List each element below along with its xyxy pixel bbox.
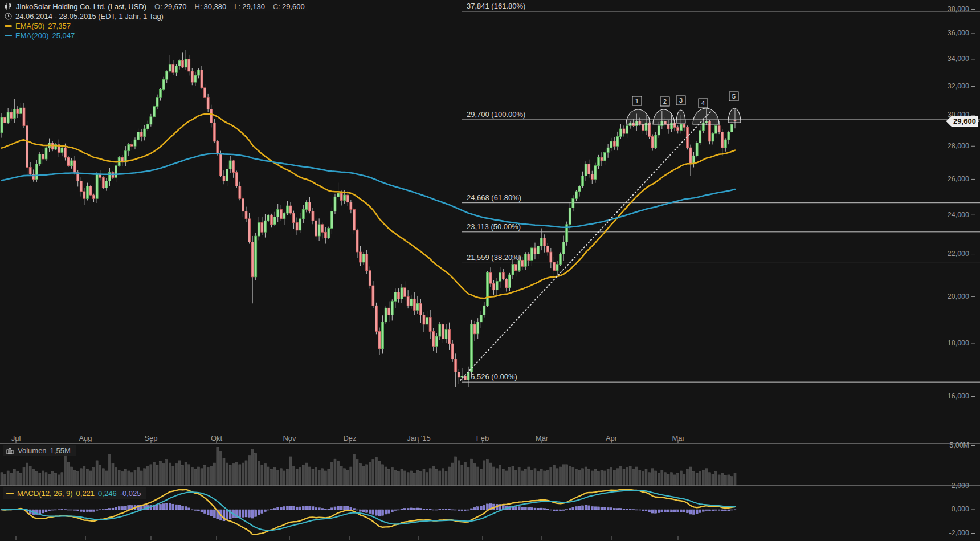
macd-histogram-bar [315, 507, 317, 510]
volume-bar [642, 471, 644, 485]
volume-bar [604, 471, 606, 485]
macd-histogram-bar [639, 510, 641, 510]
volume-bar [130, 473, 133, 485]
volume-bar [137, 467, 140, 485]
candle-body [312, 211, 314, 221]
macd-histogram-bar [204, 510, 206, 514]
candle-body [283, 213, 285, 219]
volume-bar [493, 467, 495, 485]
volume-bar [705, 469, 708, 485]
macd-histogram-bar [312, 507, 314, 510]
candle-body [544, 238, 546, 246]
macd-histogram-bar [572, 507, 574, 510]
volume-bar [632, 469, 635, 485]
macd-histogram-bar [610, 508, 612, 510]
macd-histogram-bar [175, 505, 177, 510]
macd-histogram-bar [651, 510, 654, 513]
candle-body [261, 222, 263, 232]
macd-histogram-bar [407, 508, 409, 510]
volume-bar [264, 463, 266, 485]
macd-histogram-bar [340, 506, 342, 510]
volume-bar [128, 471, 130, 485]
macd-histogram-bar [626, 509, 628, 510]
macd-histogram-bar [619, 509, 622, 510]
candle-body [442, 324, 444, 339]
candle-body [546, 246, 549, 252]
volume-bar [496, 469, 498, 485]
volume-bar [213, 463, 215, 485]
volume-bar [585, 467, 587, 485]
volume-bar [162, 463, 165, 485]
macd-histogram-bar [537, 508, 540, 510]
macd-histogram-bar [162, 504, 165, 510]
candle-body [642, 124, 644, 131]
candle-body [178, 60, 181, 66]
macd-histogram-bar [302, 506, 304, 510]
candle-body [169, 64, 171, 71]
macd-histogram-bar [160, 504, 162, 510]
macd-histogram-bar [419, 508, 422, 510]
volume-bar [410, 471, 413, 485]
volume-bar [483, 461, 485, 485]
candle-body [239, 186, 241, 199]
candle-body [401, 288, 403, 299]
candle-body [302, 210, 304, 219]
volume-bar [569, 466, 571, 485]
volume-bar [89, 471, 92, 485]
candle-body [296, 222, 298, 230]
candle-body [658, 126, 660, 135]
candle-body [96, 174, 98, 198]
macd-histogram-bar [105, 509, 108, 510]
volume-bar [369, 462, 371, 485]
volume-bar [658, 473, 660, 485]
macd-histogram-bar [588, 506, 590, 510]
volume-bar [99, 465, 101, 485]
candle-body [391, 301, 393, 315]
volume-bar [17, 471, 19, 485]
volume-bar [708, 473, 710, 485]
candle-body [521, 260, 524, 266]
volume-bar [445, 471, 447, 485]
volume-bar [344, 469, 346, 485]
candle-body [508, 275, 511, 288]
candle-body [4, 117, 6, 123]
candle-body [229, 161, 231, 169]
volume-bar [153, 462, 155, 485]
volume-bar [360, 463, 362, 485]
candle-body [530, 248, 533, 260]
trendline[interactable] [460, 112, 710, 380]
candle-body [353, 210, 355, 230]
volume-bar [93, 467, 95, 485]
macd-histogram-bar [632, 510, 635, 510]
macd-histogram-bar [369, 510, 371, 514]
chart-surface[interactable]: 37,841 (161.80%)29,700 (100.00%)24,668 (… [0, 0, 980, 541]
ema200-swatch [5, 35, 12, 36]
volume-bar [534, 469, 536, 485]
macd-histogram-bar [166, 503, 168, 510]
top-arc [693, 108, 719, 124]
volume-bar [219, 451, 222, 485]
candle-body [248, 219, 251, 242]
volume-bar [616, 469, 619, 485]
candle-body [207, 97, 209, 109]
candle-body [651, 137, 654, 148]
instrument-row: JinkoSolar Holding Co. Ltd. (Last, USD) … [3, 2, 308, 11]
volume-bar [486, 460, 488, 485]
volume-bar [683, 474, 685, 485]
macd-histogram-bar [397, 510, 399, 510]
macd-histogram-bar [375, 510, 377, 515]
volume-bar [432, 466, 435, 485]
candle-body [550, 252, 552, 262]
macd-histogram-bar [128, 506, 130, 510]
candle-body [286, 206, 288, 213]
volume-bar [118, 470, 120, 485]
macd-histogram-bar [188, 508, 190, 510]
candle-body [324, 232, 326, 238]
macd-histogram-bar [61, 509, 63, 510]
volume-bar [734, 473, 736, 485]
top-arc [728, 108, 741, 123]
macd-histogram-bar [248, 510, 251, 517]
candle-body [182, 60, 184, 67]
candle-body [337, 193, 340, 197]
macd-histogram-bar [712, 510, 714, 511]
